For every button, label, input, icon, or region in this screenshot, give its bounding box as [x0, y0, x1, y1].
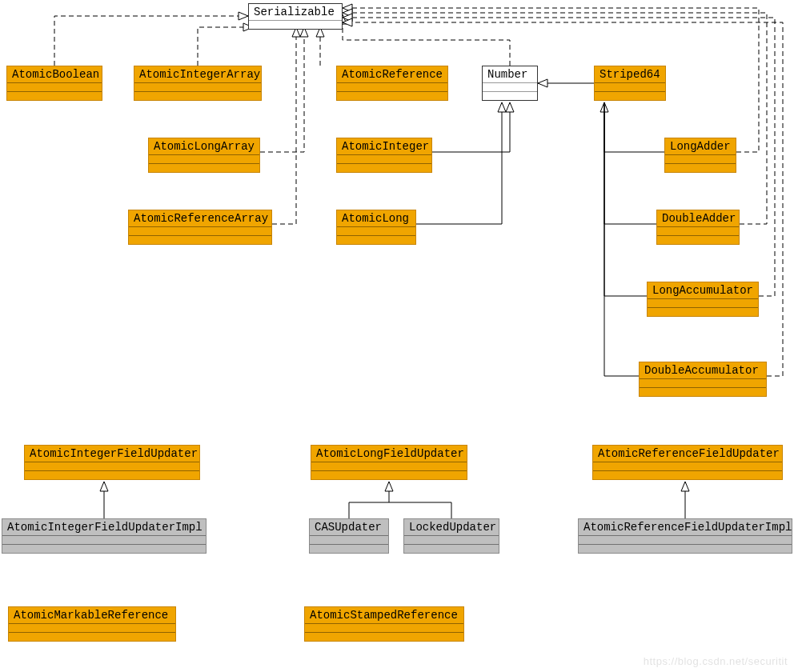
class-compartment [7, 92, 102, 100]
class-compartment [310, 536, 388, 545]
class-compartment [640, 379, 766, 388]
class-atomiclongfieldupdater: AtomicLongFieldUpdater [311, 445, 467, 480]
class-title: LockedUpdater [404, 519, 499, 536]
class-compartment [483, 92, 537, 100]
class-compartment [337, 236, 415, 244]
class-title: Striped64 [595, 66, 665, 83]
class-compartment [337, 92, 447, 100]
class-title: AtomicLongFieldUpdater [311, 446, 467, 462]
class-compartment [25, 471, 199, 479]
class-title: LongAccumulator [648, 282, 758, 299]
class-compartment [579, 545, 792, 553]
class-compartment [2, 536, 206, 545]
class-atomiclongarray: AtomicLongArray [148, 138, 260, 173]
class-serializable: Serializable [248, 3, 343, 30]
class-number: Number [482, 66, 538, 101]
class-compartment [640, 388, 766, 396]
class-compartment [129, 236, 271, 244]
class-title: AtomicIntegerArray [134, 66, 261, 83]
class-longaccumulator: LongAccumulator [647, 282, 759, 317]
class-compartment [337, 155, 431, 164]
class-doubleaccumulator: DoubleAccumulator [639, 362, 767, 397]
uml-canvas: Serializable AtomicBoolean AtomicInteger… [0, 0, 794, 672]
class-title: AtomicIntegerFieldUpdaterImpl [2, 519, 206, 536]
class-title: DoubleAccumulator [640, 362, 766, 379]
class-striped64: Striped64 [594, 66, 666, 101]
class-atomicreferencefieldupdaterimpl: AtomicReferenceFieldUpdaterImpl [578, 518, 792, 554]
class-compartment [311, 462, 467, 471]
class-title: CASUpdater [310, 519, 388, 536]
class-compartment [129, 227, 271, 236]
class-compartment [404, 545, 499, 553]
edges-layer [0, 0, 794, 672]
class-compartment [579, 536, 792, 545]
class-compartment [134, 83, 261, 92]
class-compartment [249, 21, 342, 29]
class-compartment [404, 536, 499, 545]
class-compartment [337, 164, 431, 172]
class-compartment [593, 462, 782, 471]
class-compartment [665, 155, 736, 164]
class-title: AtomicBoolean [7, 66, 102, 83]
class-compartment [134, 92, 261, 100]
class-compartment [595, 83, 665, 92]
class-lockedupdater: LockedUpdater [403, 518, 499, 554]
class-title: AtomicLongArray [149, 138, 259, 155]
class-title: Serializable [249, 4, 342, 21]
class-compartment [25, 462, 199, 471]
class-doubleadder: DoubleAdder [656, 210, 740, 245]
class-compartment [311, 471, 467, 479]
class-compartment [149, 155, 259, 164]
class-compartment [305, 633, 463, 641]
class-title: AtomicReferenceFieldUpdaterImpl [579, 519, 792, 536]
class-compartment [657, 227, 739, 236]
class-compartment [305, 624, 463, 633]
class-title: Number [483, 66, 537, 83]
class-compartment [648, 299, 758, 308]
class-atomicreferencefieldupdater: AtomicReferenceFieldUpdater [592, 445, 783, 480]
class-atomiclong: AtomicLong [336, 210, 416, 245]
class-compartment [595, 92, 665, 100]
class-atomicmarkablereference: AtomicMarkableReference [8, 606, 176, 642]
class-casupdater: CASUpdater [309, 518, 389, 554]
class-compartment [337, 83, 447, 92]
class-compartment [149, 164, 259, 172]
class-atomicintegerfieldupdaterimpl: AtomicIntegerFieldUpdaterImpl [2, 518, 207, 554]
class-title: AtomicMarkableReference [9, 607, 175, 624]
class-title: DoubleAdder [657, 210, 739, 227]
class-title: AtomicInteger [337, 138, 431, 155]
class-atomicreference: AtomicReference [336, 66, 448, 101]
class-compartment [2, 545, 206, 553]
class-atomicintegerfieldupdater: AtomicIntegerFieldUpdater [24, 445, 200, 480]
class-compartment [337, 227, 415, 236]
class-atomicboolean: AtomicBoolean [6, 66, 102, 101]
class-compartment [648, 308, 758, 316]
class-atomicinteger: AtomicInteger [336, 138, 432, 173]
class-compartment [7, 83, 102, 92]
watermark: https://blog.csdn.net/securitit [644, 655, 788, 667]
class-title: AtomicLong [337, 210, 415, 227]
class-compartment [483, 83, 537, 92]
class-title: AtomicReferenceArray [129, 210, 271, 227]
class-title: LongAdder [665, 138, 736, 155]
class-compartment [310, 545, 388, 553]
class-title: AtomicReference [337, 66, 447, 83]
class-compartment [665, 164, 736, 172]
class-compartment [657, 236, 739, 244]
class-title: AtomicReferenceFieldUpdater [593, 446, 782, 462]
class-title: AtomicStampedReference [305, 607, 463, 624]
class-compartment [9, 633, 175, 641]
class-atomicstampedreference: AtomicStampedReference [304, 606, 464, 642]
class-longadder: LongAdder [664, 138, 736, 173]
class-atomicreferencearray: AtomicReferenceArray [128, 210, 272, 245]
class-atomicintegerarray: AtomicIntegerArray [134, 66, 262, 101]
class-compartment [593, 471, 782, 479]
class-title: AtomicIntegerFieldUpdater [25, 446, 199, 462]
class-compartment [9, 624, 175, 633]
